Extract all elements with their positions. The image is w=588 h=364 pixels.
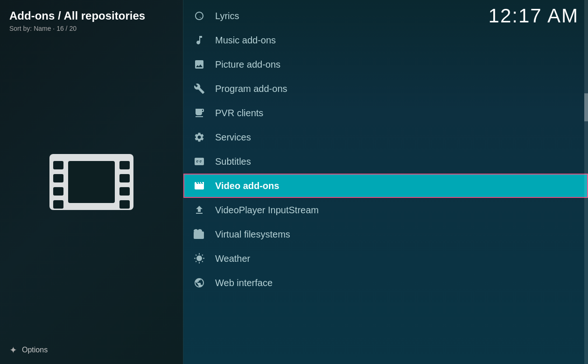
menu-item-label-program: Program add-ons	[215, 84, 287, 94]
menu-item-program-addons[interactable]: Program add-ons	[183, 77, 588, 101]
scrollbar[interactable]	[584, 0, 588, 364]
menu-item-weather[interactable]: Weather	[183, 246, 588, 271]
clock: 12:17 AM	[489, 5, 579, 27]
menu-item-label-subtitles: Subtitles	[215, 156, 251, 167]
svg-rect-9	[119, 200, 130, 209]
options-icon: ✦	[9, 344, 17, 356]
menu-item-label-web: Web interface	[215, 278, 273, 288]
subtitles-icon	[193, 155, 206, 168]
svg-rect-3	[53, 174, 63, 182]
lyrics-icon	[193, 9, 206, 22]
program-icon	[193, 82, 206, 95]
header-info: Add-ons / All repositories Sort by: Name…	[9, 9, 145, 32]
menu-item-music-addons[interactable]: Music add-ons	[183, 28, 588, 52]
options-label: Options	[22, 346, 48, 354]
menu-item-label-picture: Picture add-ons	[215, 59, 280, 70]
video-icon	[193, 179, 206, 192]
svg-rect-7	[119, 174, 130, 182]
page-title: Add-ons / All repositories	[9, 9, 145, 23]
options-bar[interactable]: ✦ Options	[9, 344, 48, 356]
svg-rect-1	[68, 161, 115, 203]
menu-item-picture-addons[interactable]: Picture add-ons	[183, 52, 588, 77]
filesystem-icon	[193, 228, 206, 241]
menu-item-label-inputstream: VideoPlayer InputStream	[215, 205, 319, 216]
menu-list: Lyrics Music add-ons Picture add-ons	[183, 0, 588, 295]
menu-item-video-addons[interactable]: Video add-ons	[183, 174, 588, 198]
menu-item-services[interactable]: Services	[183, 125, 588, 149]
web-icon	[193, 276, 206, 289]
menu-item-inputstream[interactable]: VideoPlayer InputStream	[183, 198, 588, 222]
svg-rect-5	[53, 200, 63, 209]
film-icon	[45, 145, 138, 219]
menu-item-pvr[interactable]: PVR clients	[183, 101, 588, 125]
svg-rect-8	[119, 187, 130, 196]
menu-item-subtitles[interactable]: Subtitles	[183, 149, 588, 174]
svg-rect-2	[53, 161, 63, 169]
menu-item-web[interactable]: Web interface	[183, 271, 588, 295]
music-icon	[193, 34, 206, 47]
left-panel: Add-ons / All repositories Sort by: Name…	[0, 0, 183, 364]
svg-rect-6	[119, 161, 130, 169]
main-layout: Add-ons / All repositories Sort by: Name…	[0, 0, 588, 364]
inputstream-icon	[193, 203, 206, 217]
menu-item-label-weather: Weather	[215, 253, 250, 264]
menu-item-label-lyrics: Lyrics	[215, 11, 239, 21]
film-strip-svg	[45, 145, 138, 219]
menu-item-label-filesystem: Virtual filesystems	[215, 229, 290, 240]
pvr-icon	[193, 106, 206, 119]
menu-item-label-music: Music add-ons	[215, 35, 276, 46]
weather-icon	[193, 252, 206, 265]
svg-rect-4	[53, 187, 63, 196]
scrollbar-thumb[interactable]	[584, 93, 588, 121]
picture-icon	[193, 58, 206, 71]
menu-item-filesystem[interactable]: Virtual filesystems	[183, 222, 588, 246]
right-panel: 12:17 AM Lyrics Music add-ons	[183, 0, 588, 364]
services-icon	[193, 131, 206, 144]
menu-item-label-pvr: PVR clients	[215, 108, 263, 119]
menu-item-label-services: Services	[215, 132, 251, 143]
menu-item-label-video: Video add-ons	[215, 181, 279, 191]
sort-info: Sort by: Name · 16 / 20	[9, 25, 145, 32]
